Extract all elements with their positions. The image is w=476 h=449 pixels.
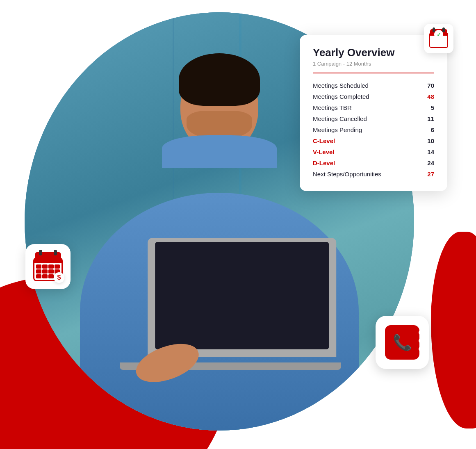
cal-checkmark bbox=[434, 30, 443, 39]
calendar-check-icon bbox=[424, 24, 453, 53]
red-blob-right bbox=[431, 232, 476, 428]
stat-row-2: Meetings TBR5 bbox=[313, 102, 434, 113]
cal-dollar-inner: $ bbox=[33, 252, 63, 281]
stat-label-0: Meetings Scheduled bbox=[313, 82, 369, 89]
stat-label-7: D-Level bbox=[313, 160, 335, 166]
stat-value-6: 14 bbox=[427, 148, 434, 155]
stat-value-7: 24 bbox=[427, 160, 434, 166]
ring-2 bbox=[419, 338, 424, 343]
stat-row-7: D-Level24 bbox=[313, 157, 434, 169]
stat-row-6: V-Level14 bbox=[313, 146, 434, 157]
calendar-dollar-icon: $ bbox=[25, 244, 71, 289]
stat-row-1: Meetings Completed48 bbox=[313, 91, 434, 102]
stat-value-1: 48 bbox=[427, 93, 434, 100]
stat-label-8: Next Steps/Opportunities bbox=[313, 171, 381, 178]
stat-label-6: V-Level bbox=[313, 148, 335, 155]
stat-row-4: Meetings Pending6 bbox=[313, 124, 434, 135]
card-subtitle: 1 Campaign - 12 Months bbox=[313, 61, 434, 67]
ring-1 bbox=[419, 330, 424, 335]
stat-label-2: Meetings TBR bbox=[313, 104, 352, 111]
stat-row-8: Next Steps/Opportunities27 bbox=[313, 169, 434, 180]
stats-rows: Meetings Scheduled70Meetings Completed48… bbox=[313, 80, 434, 180]
card-divider bbox=[313, 73, 434, 73]
phone-emoji: 📞 bbox=[393, 333, 412, 351]
phonebook-inner: 📞 bbox=[385, 325, 419, 360]
stat-value-5: 10 bbox=[427, 137, 434, 144]
calendar-check-inner bbox=[429, 29, 448, 48]
stat-value-8: 27 bbox=[427, 171, 434, 178]
stat-value-0: 70 bbox=[427, 82, 434, 89]
stat-label-3: Meetings Cancelled bbox=[313, 115, 367, 122]
phonebook-icon: 📞 bbox=[376, 316, 429, 369]
stat-value-3: 11 bbox=[427, 115, 434, 122]
stat-label-5: C-Level bbox=[313, 137, 335, 144]
stat-row-0: Meetings Scheduled70 bbox=[313, 80, 434, 91]
stat-value-2: 5 bbox=[431, 104, 434, 111]
stat-label-1: Meetings Completed bbox=[313, 93, 369, 100]
stat-row-5: C-Level10 bbox=[313, 135, 434, 146]
stat-row-3: Meetings Cancelled11 bbox=[313, 113, 434, 124]
phonebook-rings bbox=[419, 330, 424, 351]
dollar-badge: $ bbox=[54, 272, 64, 283]
yearly-overview-card: Yearly Overview 1 Campaign - 12 Months M… bbox=[300, 35, 447, 191]
ring-3 bbox=[419, 346, 424, 351]
stat-value-4: 6 bbox=[431, 126, 434, 133]
stat-label-4: Meetings Pending bbox=[313, 126, 362, 133]
card-title: Yearly Overview bbox=[313, 46, 434, 59]
